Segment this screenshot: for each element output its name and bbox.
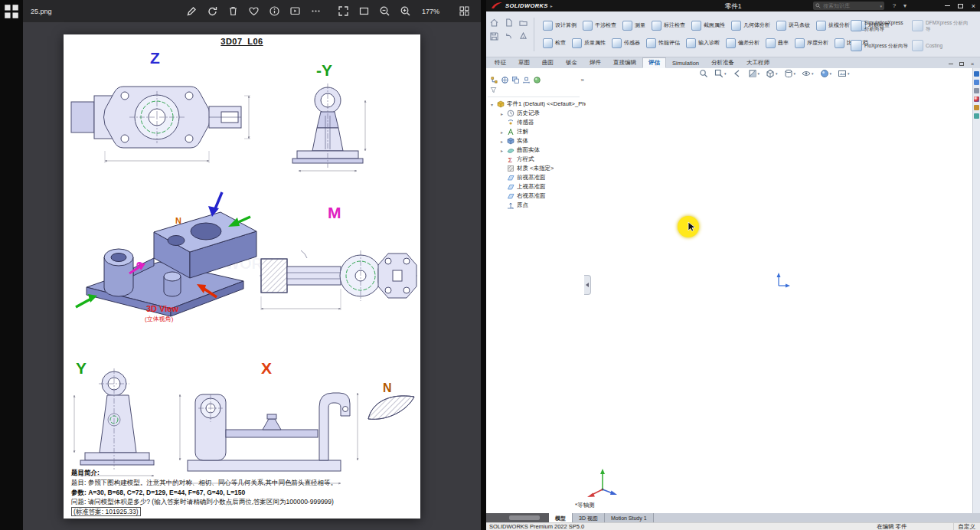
tab-direct-editing[interactable]: 直接编辑 — [607, 57, 642, 68]
tree-item-origin[interactable]: 原点 — [488, 201, 586, 210]
apply-scene-button[interactable]: ▾ — [838, 69, 850, 78]
zoom-area-button[interactable]: ▾ — [714, 69, 727, 78]
zoom-fit-button[interactable] — [699, 69, 708, 78]
fit-window-button[interactable] — [356, 4, 371, 19]
home-icon[interactable] — [490, 18, 498, 27]
search-box[interactable]: ▾ — [813, 2, 884, 10]
expand-arrow[interactable]: ▸ — [499, 148, 505, 153]
help-icon[interactable]: ? — [890, 2, 899, 10]
ribbon-button[interactable]: 干涉检查 — [580, 18, 619, 33]
dimxpert-manager-icon[interactable] — [522, 76, 531, 84]
model-tab[interactable]: 模型 — [549, 513, 573, 522]
ribbon-button[interactable]: 曲率 — [763, 35, 792, 51]
feature-tree-icon[interactable] — [490, 76, 498, 84]
tab-simulation[interactable]: Simulation — [666, 58, 705, 68]
tree-item-right-plane[interactable]: 右视基准面 — [488, 191, 586, 201]
more-button[interactable] — [308, 4, 323, 19]
resources-icon[interactable] — [974, 71, 979, 77]
tree-item-history[interactable]: ▸ 历史记录 — [488, 109, 586, 118]
rebuild-icon[interactable] — [519, 32, 528, 41]
maximize-button[interactable] — [954, 0, 967, 11]
tree-item-top-plane[interactable]: 上视基准面 — [488, 182, 586, 191]
zoom-out-button[interactable] — [377, 4, 392, 19]
tree-item-surface-bodies[interactable]: ▸ 曲面实体 — [488, 146, 586, 155]
viewer-canvas[interactable]: 3D07_L06 SOLIDWORKS — [23, 22, 481, 530]
tab-features[interactable]: 特征 — [488, 57, 512, 68]
ribbon-button[interactable]: 拔模分析 — [813, 18, 853, 33]
ribbon-button[interactable]: 厚度分析 — [792, 35, 831, 51]
custom-properties-icon[interactable] — [974, 105, 979, 110]
edit-button[interactable] — [184, 4, 199, 19]
rotate-button[interactable] — [204, 4, 220, 19]
ribbon-button[interactable]: 设计算例 — [540, 18, 580, 33]
tree-item-annotations[interactable]: ▸ 注解 — [488, 127, 586, 136]
open-icon[interactable] — [519, 18, 528, 27]
tree-item-material[interactable]: 材质 <未指定> — [488, 164, 586, 173]
motion-study-tab[interactable]: Motion Study 1 — [605, 513, 654, 522]
edit-appearance-button[interactable]: ▾ — [820, 69, 832, 78]
appearances-icon[interactable] — [974, 97, 979, 102]
ribbon-button[interactable]: 几何体分析 — [728, 18, 773, 33]
ribbon-button[interactable]: FloXpress 分析向导 — [851, 36, 909, 55]
display-style-button[interactable]: ▾ — [784, 69, 796, 78]
doc-minimize-button[interactable] — [946, 59, 956, 68]
ribbon-button[interactable]: Costing — [912, 36, 970, 55]
section-view-button[interactable]: ▾ — [748, 69, 760, 78]
tab-weldments[interactable]: 焊件 — [583, 57, 607, 68]
close-button[interactable]: × — [967, 0, 980, 11]
tree-filter[interactable] — [488, 84, 580, 97]
favorite-button[interactable] — [246, 4, 261, 19]
delete-button[interactable] — [225, 4, 240, 19]
tab-surfaces[interactable]: 曲面 — [536, 57, 560, 68]
search-input[interactable] — [823, 3, 877, 8]
ribbon-button[interactable]: DFMXp​ress 分析向导 — [912, 16, 970, 35]
search-dropdown-icon[interactable]: ▾ — [880, 4, 882, 8]
ribbon-button[interactable]: 质量属性 — [569, 35, 609, 51]
ribbon-button[interactable]: 性能评估 — [643, 35, 683, 51]
ribbon-button[interactable]: 检查 — [540, 35, 569, 51]
property-manager-icon[interactable] — [501, 76, 509, 84]
file-explorer-icon[interactable] — [974, 88, 979, 93]
expand-arrow[interactable]: ▸ — [499, 111, 505, 116]
doc-close-button[interactable]: × — [967, 59, 978, 68]
design-library-icon[interactable] — [974, 80, 979, 85]
doc-restore-button[interactable] — [956, 59, 967, 68]
ribbon-button[interactable]: 测量 — [619, 18, 648, 33]
gallery-button[interactable] — [3, 3, 20, 20]
ribbon-button[interactable]: 标注检查 — [648, 18, 688, 33]
tab-scrollbar[interactable] — [486, 513, 549, 522]
tree-item-front-plane[interactable]: 前视基准面 — [488, 173, 586, 182]
forum-icon[interactable] — [974, 113, 979, 119]
tab-evaluate[interactable]: 评估 — [642, 57, 666, 68]
tree-item-sensors[interactable]: 传感器 — [488, 118, 586, 127]
expand-arrow[interactable]: ▸ — [499, 129, 505, 135]
tree-item-solid-bodies[interactable]: ▸ 实体 — [488, 136, 586, 146]
zoom-in-button[interactable] — [397, 4, 413, 19]
panel-collapse-handle[interactable] — [584, 275, 591, 295]
save-icon[interactable] — [490, 32, 498, 41]
info-button[interactable] — [266, 4, 282, 19]
ribbon-button[interactable]: 传感器 — [609, 35, 643, 51]
tab-analysis-prep[interactable]: 分析准备 — [705, 57, 740, 68]
graphics-area[interactable]: ▾ ▾ ▾ ▾ ▾ ▾ ▾ » — [486, 68, 980, 513]
ribbon-button[interactable]: 截面属性 — [688, 18, 728, 33]
minimize-button[interactable] — [941, 0, 954, 11]
view-orientation-button[interactable]: ▾ — [766, 69, 778, 78]
previous-view-button[interactable] — [733, 69, 742, 78]
ribbon-button[interactable]: SimulationXpress 分析向导 — [851, 16, 909, 35]
thumbnails-button[interactable] — [456, 3, 472, 18]
ribbon-button[interactable]: 输入诊断 — [683, 35, 723, 51]
ribbon-button[interactable]: 斑马条纹 — [773, 18, 813, 33]
hide-show-items-button[interactable]: ▾ — [802, 69, 814, 78]
fullscreen-button[interactable] — [335, 4, 351, 19]
tree-item-equations[interactable]: Σ 方程式 — [488, 155, 586, 164]
tab-sheetmetal[interactable]: 钣金 — [560, 57, 583, 68]
options-dropdown-icon[interactable]: ▾ — [900, 2, 910, 10]
expand-arrow[interactable]: ▸ — [499, 139, 505, 144]
display-manager-icon[interactable] — [533, 76, 541, 84]
3d-views-tab[interactable]: 3D 视图 — [573, 513, 605, 522]
customize-button[interactable]: 自定义 — [953, 523, 976, 530]
tree-root[interactable]: ▾ 零件1 (Default) <<Default>_Photo — [488, 100, 586, 109]
configuration-manager-icon[interactable] — [511, 76, 520, 84]
tab-sketch[interactable]: 草图 — [512, 57, 536, 68]
